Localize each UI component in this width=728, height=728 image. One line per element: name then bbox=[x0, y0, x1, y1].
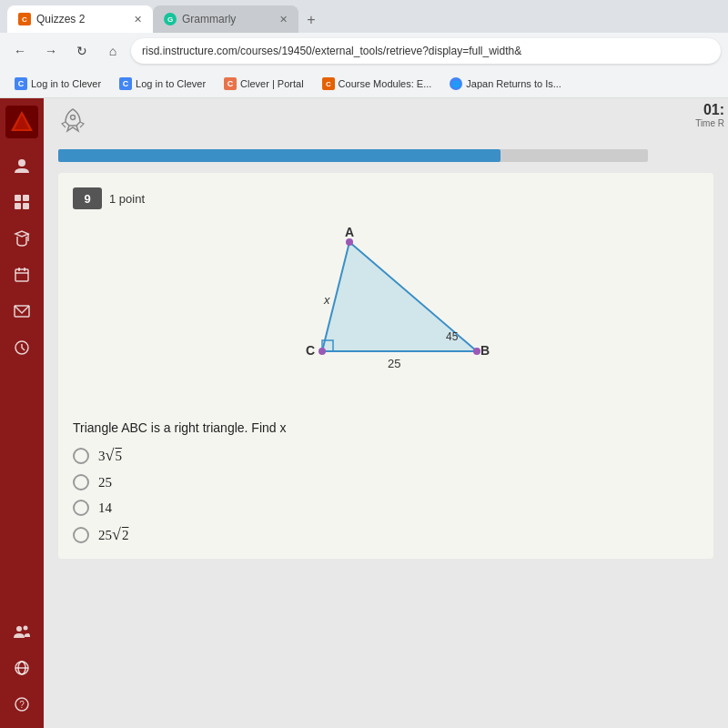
forward-button[interactable]: → bbox=[38, 38, 64, 64]
x-label: x bbox=[323, 293, 330, 307]
timer-value: 01: bbox=[695, 102, 724, 118]
bookmark-japan-label: Japan Returns to Is... bbox=[466, 78, 561, 89]
svg-point-22 bbox=[24, 626, 28, 631]
svg-rect-13 bbox=[15, 203, 21, 209]
rocket-icon bbox=[58, 106, 87, 135]
timer-area: 01: Time R bbox=[695, 102, 724, 128]
grammarly-tab-icon: G bbox=[164, 13, 177, 25]
bookmark-clever2[interactable]: C Log in to Clever bbox=[112, 76, 213, 92]
radio-c[interactable] bbox=[73, 500, 89, 516]
answer-choice-c[interactable]: 14 bbox=[73, 500, 699, 516]
svg-rect-14 bbox=[23, 203, 29, 209]
new-tab-button[interactable]: + bbox=[298, 7, 324, 33]
choice-d-text: 25√2 bbox=[98, 525, 128, 544]
svg-rect-15 bbox=[15, 269, 28, 281]
back-button[interactable]: ← bbox=[7, 38, 33, 64]
angle-label: 45 bbox=[446, 330, 459, 343]
svg-point-10 bbox=[18, 159, 25, 167]
home-button[interactable]: ⌂ bbox=[100, 38, 126, 64]
bookmark-clever-portal[interactable]: C Clever | Portal bbox=[217, 76, 311, 92]
rocket-area bbox=[44, 98, 728, 142]
svg-point-32 bbox=[473, 348, 480, 355]
svg-point-28 bbox=[71, 116, 76, 120]
question-header: 9 1 point bbox=[73, 187, 699, 209]
answer-choice-b[interactable]: 25 bbox=[73, 474, 699, 490]
bookmark-japan[interactable]: 🌐 Japan Returns to Is... bbox=[442, 76, 569, 92]
progress-bar-fill bbox=[58, 149, 500, 162]
svg-point-31 bbox=[346, 238, 353, 246]
sidebar-item-dashboard[interactable] bbox=[5, 186, 38, 218]
clever1-icon: C bbox=[15, 77, 27, 90]
bookmark-course-modules[interactable]: C Course Modules: E... bbox=[315, 76, 440, 92]
choice-b-text: 25 bbox=[98, 475, 112, 490]
sidebar-item-clock[interactable] bbox=[5, 331, 38, 364]
bookmark-clever1[interactable]: C Log in to Clever bbox=[7, 76, 108, 92]
bookmark-course-modules-label: Course Modules: E... bbox=[339, 78, 432, 89]
tab-grammarly-close[interactable]: ✕ bbox=[279, 14, 288, 25]
vertex-A: A bbox=[345, 225, 354, 239]
svg-text:G: G bbox=[167, 15, 173, 24]
sidebar-item-people[interactable] bbox=[5, 615, 38, 648]
clever2-icon: C bbox=[119, 77, 132, 90]
vertex-B: B bbox=[480, 343, 490, 358]
side-25-label: 25 bbox=[388, 357, 400, 370]
svg-text:C: C bbox=[326, 80, 331, 88]
vertex-C: C bbox=[306, 343, 315, 358]
japan-icon: 🌐 bbox=[450, 77, 462, 90]
progress-bar-background bbox=[58, 149, 648, 162]
sidebar-item-commons[interactable] bbox=[5, 652, 38, 684]
svg-text:?: ? bbox=[19, 700, 25, 710]
tab-quizzes[interactable]: C Quizzes 2 ✕ bbox=[7, 5, 153, 33]
sqrt-2: √2 bbox=[112, 525, 128, 544]
question-points: 1 point bbox=[109, 192, 145, 206]
address-bar-row: ← → ↻ ⌂ bbox=[0, 33, 728, 69]
diagram-area: A B C x 45 25 bbox=[73, 224, 699, 406]
sqrt-5: √5 bbox=[106, 446, 122, 465]
canvas-tab-icon: C bbox=[18, 13, 31, 25]
address-input[interactable] bbox=[131, 38, 721, 64]
main-layout: ? 01: Time R bbox=[0, 98, 728, 728]
triangle-diagram: A B C x 45 25 bbox=[268, 224, 504, 406]
svg-text:🌐: 🌐 bbox=[452, 80, 460, 88]
sidebar-item-account[interactable] bbox=[5, 149, 38, 182]
answer-choice-d[interactable]: 25√2 bbox=[73, 525, 699, 544]
timer-label: Time R bbox=[695, 118, 724, 128]
answer-choices: 3√5 25 14 25√2 bbox=[73, 446, 699, 544]
reload-button[interactable]: ↻ bbox=[69, 38, 95, 64]
tab-grammarly[interactable]: G Grammarly ✕ bbox=[153, 5, 298, 33]
svg-point-33 bbox=[318, 348, 326, 355]
svg-point-21 bbox=[16, 626, 22, 632]
svg-text:C: C bbox=[22, 15, 27, 24]
question-text: Triangle ABC is a right triangle. Find x bbox=[73, 420, 699, 435]
tab-bar: C Quizzes 2 ✕ G Grammarly ✕ + bbox=[0, 0, 728, 33]
course-modules-icon: C bbox=[322, 77, 335, 90]
tab-grammarly-label: Grammarly bbox=[182, 13, 236, 25]
question-number-badge: 9 bbox=[73, 187, 102, 209]
sidebar-item-help[interactable]: ? bbox=[5, 688, 38, 721]
sidebar-item-courses[interactable] bbox=[5, 222, 38, 255]
svg-rect-12 bbox=[23, 195, 29, 201]
sidebar: ? bbox=[0, 98, 44, 728]
choice-a-text: 3√5 bbox=[98, 446, 122, 465]
bookmarks-bar: C Log in to Clever C Log in to Clever C … bbox=[0, 69, 728, 98]
answer-choice-a[interactable]: 3√5 bbox=[73, 446, 699, 465]
main-content: 01: Time R 9 1 point bbox=[44, 98, 728, 728]
bookmark-clever2-label: Log in to Clever bbox=[136, 78, 206, 89]
bookmark-clever1-label: Log in to Clever bbox=[31, 78, 101, 89]
radio-d[interactable] bbox=[73, 527, 89, 543]
choice-c-text: 14 bbox=[98, 500, 112, 516]
question-card: 9 1 point A B C x bbox=[58, 173, 713, 559]
sidebar-item-inbox[interactable] bbox=[5, 295, 38, 328]
svg-rect-11 bbox=[15, 195, 21, 201]
radio-b[interactable] bbox=[73, 474, 89, 490]
progress-container bbox=[58, 149, 713, 162]
browser-chrome: C Quizzes 2 ✕ G Grammarly ✕ + ← → ↻ ⌂ bbox=[0, 0, 728, 98]
radio-a[interactable] bbox=[73, 448, 89, 464]
tab-quizzes-label: Quizzes 2 bbox=[36, 13, 85, 25]
bookmark-clever-portal-label: Clever | Portal bbox=[240, 78, 304, 89]
sidebar-item-calendar[interactable] bbox=[5, 258, 38, 291]
tab-quizzes-close[interactable]: ✕ bbox=[134, 14, 142, 25]
sidebar-logo bbox=[5, 106, 38, 138]
clever-portal-icon: C bbox=[224, 77, 237, 90]
